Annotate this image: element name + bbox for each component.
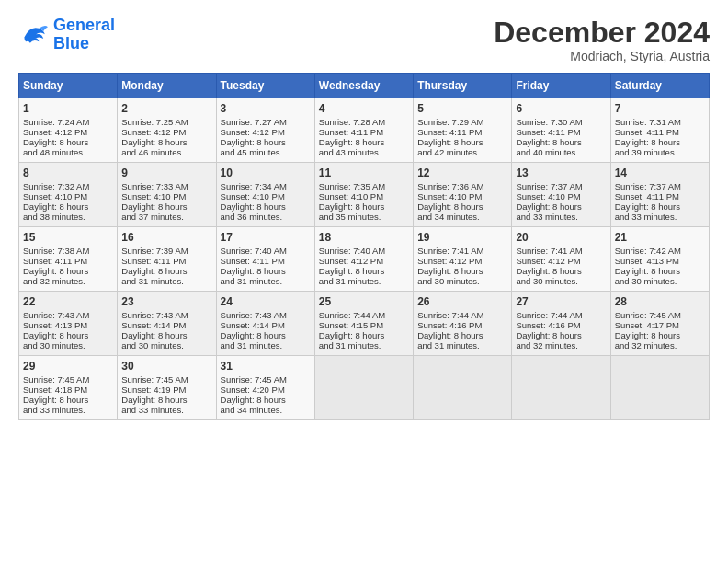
cell-line: Daylight: 8 hours: [319, 137, 409, 147]
cell-line: Sunset: 4:19 PM: [121, 385, 211, 395]
cell-line: Sunrise: 7:29 AM: [417, 117, 507, 127]
cell-line: Daylight: 8 hours: [417, 266, 507, 276]
cell-line: Sunset: 4:11 PM: [23, 256, 113, 266]
cell-line: and 30 minutes.: [23, 340, 113, 350]
cell-line: and 31 minutes.: [319, 276, 409, 286]
day-header-thursday: Thursday: [414, 74, 512, 98]
day-header-monday: Monday: [118, 74, 216, 98]
cell-line: Sunset: 4:15 PM: [319, 320, 409, 330]
day-number: 21: [615, 231, 705, 244]
cell-line: Sunset: 4:11 PM: [417, 127, 507, 137]
cell-line: Sunset: 4:12 PM: [417, 256, 507, 266]
cell-line: Sunrise: 7:45 AM: [121, 374, 211, 385]
calendar-cell: 4Sunrise: 7:28 AMSunset: 4:11 PMDaylight…: [314, 98, 413, 163]
cell-line: Sunrise: 7:43 AM: [221, 310, 311, 320]
cell-line: Sunrise: 7:40 AM: [319, 246, 409, 256]
day-number: 19: [417, 231, 507, 244]
cell-line: Daylight: 8 hours: [615, 137, 705, 147]
cell-line: and 30 minutes.: [121, 340, 211, 350]
cell-line: and 46 minutes.: [121, 147, 211, 157]
cell-line: Sunrise: 7:43 AM: [121, 310, 211, 320]
cell-line: Sunrise: 7:41 AM: [516, 246, 606, 256]
day-number: 12: [417, 167, 507, 179]
cell-line: Sunrise: 7:44 AM: [319, 310, 409, 320]
day-number: 28: [615, 295, 705, 308]
calendar-cell: 25Sunrise: 7:44 AMSunset: 4:15 PMDayligh…: [314, 292, 413, 356]
cell-line: and 33 minutes.: [516, 212, 606, 222]
day-number: 8: [23, 167, 113, 179]
cell-line: and 36 minutes.: [221, 212, 311, 222]
day-number: 9: [121, 167, 211, 179]
day-number: 23: [121, 295, 211, 308]
calendar-cell: 12Sunrise: 7:36 AMSunset: 4:10 PMDayligh…: [414, 163, 512, 227]
cell-line: Sunset: 4:10 PM: [319, 191, 409, 201]
cell-line: Daylight: 8 hours: [417, 137, 507, 147]
calendar-cell: 13Sunrise: 7:37 AMSunset: 4:10 PMDayligh…: [512, 163, 610, 227]
calendar-cell: 7Sunrise: 7:31 AMSunset: 4:11 PMDaylight…: [610, 98, 709, 163]
cell-line: and 43 minutes.: [319, 147, 409, 157]
cell-line: and 42 minutes.: [417, 147, 507, 157]
cell-line: Daylight: 8 hours: [516, 201, 606, 212]
cell-line: Sunset: 4:10 PM: [417, 191, 507, 201]
calendar-cell: 18Sunrise: 7:40 AMSunset: 4:12 PMDayligh…: [314, 227, 413, 292]
day-header-saturday: Saturday: [610, 74, 709, 98]
cell-line: Daylight: 8 hours: [23, 330, 113, 340]
calendar-header: SundayMondayTuesdayWednesdayThursdayFrid…: [19, 74, 710, 98]
day-number: 4: [319, 102, 409, 115]
cell-line: Sunset: 4:11 PM: [319, 127, 409, 137]
cell-line: and 30 minutes.: [615, 276, 705, 286]
calendar-cell: 14Sunrise: 7:37 AMSunset: 4:11 PMDayligh…: [610, 163, 709, 227]
calendar-cell: 24Sunrise: 7:43 AMSunset: 4:14 PMDayligh…: [216, 292, 314, 356]
cell-line: Sunset: 4:14 PM: [121, 320, 211, 330]
cell-line: Sunset: 4:12 PM: [121, 127, 211, 137]
cell-line: Daylight: 8 hours: [221, 201, 311, 212]
week-row-3: 15Sunrise: 7:38 AMSunset: 4:11 PMDayligh…: [19, 227, 710, 292]
day-number: 20: [516, 231, 606, 244]
calendar-cell: 2Sunrise: 7:25 AMSunset: 4:12 PMDaylight…: [118, 98, 216, 163]
cell-line: Daylight: 8 hours: [615, 266, 705, 276]
cell-line: Sunrise: 7:37 AM: [516, 181, 606, 191]
cell-line: and 34 minutes.: [221, 405, 311, 415]
calendar-table: SundayMondayTuesdayWednesdayThursdayFrid…: [18, 73, 710, 420]
calendar-cell: 27Sunrise: 7:44 AMSunset: 4:16 PMDayligh…: [512, 292, 610, 356]
cell-line: Sunset: 4:11 PM: [121, 256, 211, 266]
day-number: 11: [319, 167, 409, 179]
calendar-cell: 1Sunrise: 7:24 AMSunset: 4:12 PMDaylight…: [19, 98, 118, 163]
cell-line: and 48 minutes.: [23, 147, 113, 157]
day-number: 18: [319, 231, 409, 244]
calendar-cell: 30Sunrise: 7:45 AMSunset: 4:19 PMDayligh…: [118, 356, 216, 420]
cell-line: Sunrise: 7:31 AM: [615, 117, 705, 127]
cell-line: Sunrise: 7:28 AM: [319, 117, 409, 127]
cell-line: Sunset: 4:13 PM: [23, 320, 113, 330]
cell-line: Sunset: 4:11 PM: [516, 127, 606, 137]
day-number: 30: [121, 360, 211, 373]
header: General Blue December 2024 Modriach, Sty…: [18, 17, 710, 63]
cell-line: Sunset: 4:11 PM: [615, 191, 705, 201]
cell-line: Sunset: 4:18 PM: [23, 385, 113, 395]
calendar-cell: 21Sunrise: 7:42 AMSunset: 4:13 PMDayligh…: [610, 227, 709, 292]
calendar-cell: 20Sunrise: 7:41 AMSunset: 4:12 PMDayligh…: [512, 227, 610, 292]
week-row-1: 1Sunrise: 7:24 AMSunset: 4:12 PMDaylight…: [19, 98, 710, 163]
cell-line: and 40 minutes.: [516, 147, 606, 157]
logo-bird-icon: [18, 22, 48, 48]
cell-line: and 30 minutes.: [417, 276, 507, 286]
week-row-2: 8Sunrise: 7:32 AMSunset: 4:10 PMDaylight…: [19, 163, 710, 227]
week-row-5: 29Sunrise: 7:45 AMSunset: 4:18 PMDayligh…: [19, 356, 710, 420]
header-row: SundayMondayTuesdayWednesdayThursdayFrid…: [19, 74, 710, 98]
cell-line: Sunset: 4:10 PM: [221, 191, 311, 201]
cell-line: Sunrise: 7:34 AM: [221, 181, 311, 191]
cell-line: and 37 minutes.: [121, 212, 211, 222]
cell-line: Daylight: 8 hours: [23, 395, 113, 405]
cell-line: Daylight: 8 hours: [615, 201, 705, 212]
cell-line: Sunrise: 7:42 AM: [615, 246, 705, 256]
cell-line: Sunset: 4:12 PM: [221, 127, 311, 137]
cell-line: Daylight: 8 hours: [121, 395, 211, 405]
calendar-cell: 19Sunrise: 7:41 AMSunset: 4:12 PMDayligh…: [414, 227, 512, 292]
cell-line: Sunset: 4:20 PM: [221, 385, 311, 395]
cell-line: Sunrise: 7:37 AM: [615, 181, 705, 191]
cell-line: Daylight: 8 hours: [319, 330, 409, 340]
cell-line: Daylight: 8 hours: [121, 266, 211, 276]
cell-line: Sunset: 4:16 PM: [417, 320, 507, 330]
day-number: 13: [516, 167, 606, 179]
cell-line: and 31 minutes.: [221, 340, 311, 350]
